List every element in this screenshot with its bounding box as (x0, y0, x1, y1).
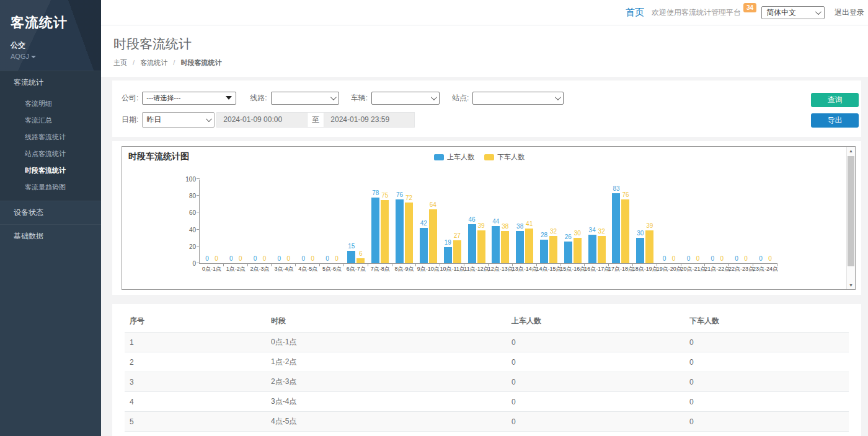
scrollbar-thumb[interactable] (848, 156, 854, 266)
chevron-down-icon (815, 9, 822, 15)
legend-item[interactable]: 下车人数 (484, 152, 525, 162)
bar[interactable] (356, 258, 365, 263)
bar[interactable] (636, 238, 644, 263)
table-cell: 1点-2点 (266, 352, 507, 372)
chart-scrollbar[interactable]: ▲ ▼ (846, 147, 855, 289)
bar-slot: 38 (501, 180, 509, 263)
date-preset-select[interactable]: 昨日 (142, 112, 215, 128)
date-from-input[interactable]: 2024-01-09 00:00 (216, 112, 308, 128)
breadcrumb-home[interactable]: 主页 (113, 59, 127, 66)
bar-slot: 0 (742, 180, 750, 263)
date-to-input[interactable]: 2024-01-09 23:59 (324, 112, 415, 128)
bar[interactable] (621, 199, 629, 263)
export-button[interactable]: 导出 (811, 113, 859, 128)
bar[interactable] (381, 200, 389, 263)
bar[interactable] (540, 240, 548, 263)
bar[interactable] (444, 247, 452, 263)
bar[interactable] (612, 193, 620, 263)
vehicle-select[interactable] (371, 92, 440, 105)
x-axis-label: 12点-13点 (488, 265, 513, 273)
bar-value-label: 0 (301, 255, 305, 262)
company-select[interactable]: ---请选择--- (142, 92, 236, 105)
bar[interactable] (420, 228, 428, 263)
bar[interactable] (574, 238, 582, 263)
x-axis-label: 2点-3点 (250, 265, 270, 273)
scroll-up-icon[interactable]: ▲ (847, 147, 855, 155)
sidebar-subitem[interactable]: 时段客流统计 (0, 162, 101, 179)
sidebar-item-passenger-stats[interactable]: 客流统计 (0, 71, 101, 94)
sidebar-item-base-data[interactable]: 基础数据 (0, 224, 101, 248)
y-axis-tick-label: 80 (176, 193, 196, 199)
org-code-dropdown[interactable]: AQGJ (11, 53, 101, 60)
bar-group: 42649点-10点 (416, 180, 440, 263)
bar[interactable] (477, 230, 485, 263)
bar[interactable] (645, 230, 653, 263)
breadcrumb-section[interactable]: 客流统计 (140, 59, 167, 66)
bar[interactable] (468, 224, 476, 263)
bar-slot: 0 (285, 180, 293, 263)
logout-link[interactable]: 退出登录 (835, 7, 864, 18)
bar-group: 001点-2点 (224, 180, 248, 263)
top-bar: 首页 欢迎使用客流统计管理平台 34 简体中文 退出登录 (101, 0, 868, 25)
bar[interactable] (549, 236, 557, 263)
bar[interactable] (347, 251, 355, 263)
bar-value-label: 0 (326, 255, 329, 262)
query-button[interactable]: 查询 (811, 93, 859, 107)
bar[interactable] (598, 236, 606, 263)
table-cell: 6 (125, 432, 266, 436)
scroll-down-icon[interactable]: ▼ (847, 281, 855, 289)
bar-group: 192710点-11点 (440, 180, 464, 263)
bar-slot: 32 (549, 180, 557, 263)
sidebar-subitem[interactable]: 线路客流统计 (0, 129, 101, 146)
bar-value-label: 19 (445, 239, 451, 246)
app-logo-title: 客流统计 (11, 14, 101, 32)
sidebar-item-device-status[interactable]: 设备状态 (0, 201, 101, 224)
bar-slot: 0 (756, 180, 764, 263)
bar[interactable] (492, 226, 500, 263)
table-cell: 5点-6点 (266, 432, 507, 436)
table-row: 65点-6点00 (125, 432, 849, 436)
vehicle-label: 车辆: (351, 93, 368, 103)
bar[interactable] (525, 229, 533, 263)
bar[interactable] (501, 231, 509, 263)
sidebar-subitem[interactable]: 客流汇总 (0, 112, 101, 129)
bar-slot: 44 (492, 180, 500, 263)
sidebar-subitem[interactable]: 客流量趋势图 (0, 179, 101, 196)
x-axis-label: 15点-16点 (560, 265, 585, 273)
x-axis-label: 14点-15点 (536, 265, 561, 273)
station-select[interactable] (472, 92, 564, 105)
home-link[interactable]: 首页 (626, 7, 644, 19)
bar-value-label: 0 (254, 255, 257, 262)
caret-down-icon (31, 56, 36, 58)
notification-badge[interactable]: 34 (743, 3, 756, 12)
bar-value-label: 44 (492, 218, 499, 225)
table-cell: 0 (507, 372, 684, 392)
filter-panel: 公司: ---请选择--- 线路: 车辆: 站点: 日期: 昨日 2024-01… (112, 81, 861, 137)
bar[interactable] (564, 242, 572, 263)
bar-value-label: 0 (335, 255, 339, 262)
y-axis-tick (197, 178, 200, 179)
table-cell: 0 (507, 392, 684, 412)
language-select[interactable]: 简体中文 (761, 6, 825, 19)
bar-slot: 26 (564, 180, 572, 263)
legend-item[interactable]: 上车人数 (434, 152, 474, 162)
sidebar-subitem[interactable]: 客流明细 (0, 95, 101, 112)
bar[interactable] (429, 209, 437, 263)
bar[interactable] (371, 198, 379, 263)
line-select[interactable] (271, 92, 339, 105)
bar-value-label: 0 (215, 255, 218, 262)
bar[interactable] (588, 235, 596, 263)
bar[interactable] (516, 231, 524, 263)
bar-slot: 39 (645, 180, 653, 263)
bar-value-label: 0 (311, 255, 314, 262)
sidebar-subitem[interactable]: 站点客流统计 (0, 146, 101, 162)
bar[interactable] (453, 240, 461, 263)
x-axis-label: 4点-5点 (298, 265, 317, 273)
bar-slot: 0 (227, 180, 235, 263)
bar-value-label: 15 (348, 243, 355, 250)
bar[interactable] (405, 203, 413, 263)
bar-slot: 76 (396, 180, 404, 263)
bar-slot: 0 (236, 180, 244, 263)
bar[interactable] (396, 199, 404, 263)
bar-slot: 0 (718, 180, 726, 263)
